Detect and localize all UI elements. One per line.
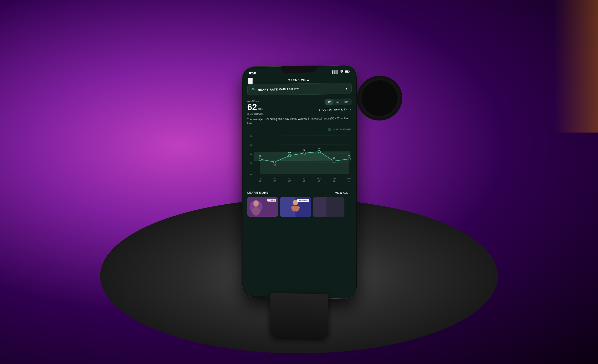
svg-text:57: 57 bbox=[333, 157, 335, 159]
svg-text:68: 68 bbox=[303, 149, 305, 151]
media-card-podcast[interactable]: PODCAST bbox=[280, 197, 311, 217]
phone-frame-wrapper: 8:58 ▌▌▌ bbox=[242, 65, 357, 299]
svg-point-45 bbox=[252, 207, 260, 216]
hrv-label: HEART RATE VARIABILITY bbox=[258, 88, 299, 91]
svg-text:70: 70 bbox=[318, 147, 320, 150]
legend-typical-range-box bbox=[329, 128, 331, 131]
svg-text:40: 40 bbox=[250, 173, 253, 175]
date-range: OCT 26 - NOV 1, 23 bbox=[323, 108, 347, 111]
average-section: AVERAGE 62 ms 0% past week bbox=[247, 100, 263, 115]
svg-text:Sat: Sat bbox=[288, 177, 291, 179]
signal-icon: ▌▌▌ bbox=[332, 70, 339, 73]
svg-text:31: 31 bbox=[333, 179, 335, 182]
view-all-label: VIEW ALL bbox=[335, 191, 348, 194]
svg-text:56: 56 bbox=[274, 163, 276, 166]
tab-6month[interactable]: 6M bbox=[342, 99, 351, 105]
average-label: AVERAGE bbox=[247, 100, 263, 102]
view-all-button[interactable]: VIEW ALL → bbox=[335, 191, 352, 194]
view-all-arrow-icon: → bbox=[349, 191, 352, 194]
phone-notch bbox=[281, 66, 317, 73]
svg-point-44 bbox=[253, 200, 259, 207]
svg-point-15 bbox=[274, 161, 276, 163]
change-dot bbox=[247, 113, 249, 115]
chart-svg: 88 76 64 52 40 bbox=[247, 132, 352, 185]
svg-point-16 bbox=[288, 154, 291, 157]
svg-text:64: 64 bbox=[250, 153, 253, 155]
hrv-icon bbox=[251, 88, 256, 92]
svg-text:65: 65 bbox=[288, 151, 291, 154]
video-badge: VIDEO bbox=[267, 199, 276, 202]
status-time: 8:58 bbox=[249, 71, 256, 75]
average-unit: ms bbox=[258, 107, 263, 111]
phone-frame: 8:58 ▌▌▌ bbox=[242, 65, 357, 299]
svg-text:60: 60 bbox=[348, 154, 350, 157]
chart-legend: TYPICAL RANGE bbox=[247, 128, 352, 131]
period-tabs: W M 6M bbox=[325, 98, 351, 105]
svg-point-18 bbox=[318, 150, 320, 153]
svg-text:Sun: Sun bbox=[302, 177, 306, 179]
media-cards[interactable]: VIDEO PODCAST bbox=[247, 197, 352, 219]
books-decoration bbox=[554, 0, 598, 132]
page-title: TREND VIEW bbox=[288, 78, 310, 82]
learn-more-title: LEARN MORE bbox=[247, 191, 268, 194]
media-card-third[interactable] bbox=[313, 197, 344, 217]
watch-holder-inner bbox=[362, 80, 398, 116]
average-value: 62 bbox=[247, 102, 257, 112]
hrv-selector-left: HEART RATE VARIABILITY bbox=[251, 87, 299, 92]
svg-point-14 bbox=[259, 158, 261, 161]
phone-screen: 8:58 ▌▌▌ bbox=[243, 66, 356, 298]
hrv-selector[interactable]: HEART RATE VARIABILITY ▾ bbox=[247, 83, 352, 95]
svg-text:27: 27 bbox=[274, 179, 276, 182]
average-value-row: 62 ms bbox=[247, 103, 263, 112]
svg-text:29: 29 bbox=[303, 179, 305, 182]
close-button[interactable]: ✕ bbox=[248, 78, 253, 84]
svg-text:Mon: Mon bbox=[317, 177, 321, 179]
svg-point-17 bbox=[303, 152, 305, 154]
svg-text:30: 30 bbox=[318, 179, 320, 182]
svg-text:52: 52 bbox=[250, 162, 253, 164]
svg-rect-50 bbox=[313, 197, 326, 217]
date-nav: ‹ OCT 26 - NOV 1, 23 › bbox=[318, 107, 352, 112]
svg-text:60: 60 bbox=[259, 155, 261, 157]
hrv-chevron-icon: ▾ bbox=[346, 87, 347, 90]
status-icons: ▌▌▌ bbox=[332, 70, 350, 73]
wifi-icon bbox=[340, 70, 343, 73]
charging-dock bbox=[271, 293, 328, 338]
svg-text:Thu: Thu bbox=[258, 177, 262, 180]
svg-line-8 bbox=[254, 144, 350, 145]
svg-line-7 bbox=[254, 135, 350, 136]
stats-row: AVERAGE 62 ms 0% past week W bbox=[247, 98, 352, 115]
change-text: 0% past week bbox=[250, 113, 263, 115]
svg-text:88: 88 bbox=[250, 135, 253, 138]
app-content[interactable]: HEART RATE VARIABILITY ▾ AVERAGE 62 ms bbox=[243, 83, 356, 294]
svg-rect-1 bbox=[345, 71, 348, 72]
period-section: W M 6M ‹ OCT 26 - NOV 1, 23 › bbox=[318, 98, 352, 112]
svg-text:Wed: Wed bbox=[347, 177, 351, 179]
change-badge: 0% past week bbox=[247, 113, 263, 115]
podcast-badge: PODCAST bbox=[297, 199, 309, 202]
battery-icon bbox=[345, 70, 350, 73]
svg-point-19 bbox=[333, 160, 335, 162]
svg-text:26: 26 bbox=[259, 179, 261, 182]
learn-more-header: LEARN MORE VIEW ALL → bbox=[247, 187, 352, 197]
hrv-description: Your average HRV during this 7-day perio… bbox=[247, 116, 352, 125]
media-card-video[interactable]: VIDEO bbox=[247, 197, 278, 217]
svg-text:76: 76 bbox=[250, 144, 253, 146]
svg-text:Fri: Fri bbox=[273, 177, 276, 179]
svg-text:Tue: Tue bbox=[332, 177, 336, 179]
next-date-button[interactable]: › bbox=[349, 107, 352, 112]
svg-text:28: 28 bbox=[288, 179, 291, 182]
tab-week[interactable]: W bbox=[325, 99, 333, 105]
legend-typical-range-label: TYPICAL RANGE bbox=[332, 128, 352, 130]
svg-text:1: 1 bbox=[349, 179, 350, 182]
chart-container: TYPICAL RANGE 88 76 64 52 40 bbox=[247, 128, 352, 185]
prev-date-button[interactable]: ‹ bbox=[318, 107, 321, 112]
tab-month[interactable]: M bbox=[334, 99, 341, 105]
svg-point-20 bbox=[348, 158, 350, 160]
